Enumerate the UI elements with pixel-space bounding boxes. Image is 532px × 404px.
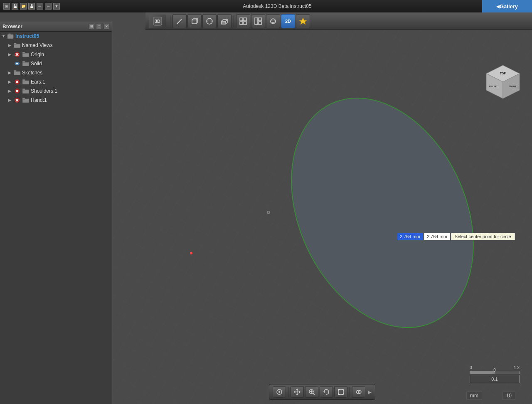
- browser-header: Browser ⊟ □ ✕: [0, 22, 112, 32]
- gallery-bar[interactable]: Gallery: [482, 0, 532, 12]
- bottom-sep2: [350, 387, 350, 397]
- svg-rect-5: [192, 20, 196, 24]
- multiview-tool[interactable]: [251, 14, 265, 28]
- ears-redx-icon: [13, 79, 21, 85]
- tree-sketches[interactable]: ▶ Sketches: [0, 68, 112, 77]
- tree-solid[interactable]: Solid: [0, 59, 112, 68]
- fit-tool-btn[interactable]: [334, 386, 347, 398]
- svg-rect-22: [8, 34, 11, 35]
- zoom-tool-btn[interactable]: [305, 386, 318, 398]
- scale-value1: 0: [470, 365, 472, 370]
- units-display[interactable]: mm: [466, 392, 482, 400]
- quick-access[interactable]: 💾: [12, 3, 18, 10]
- browser-close[interactable]: ✕: [103, 24, 109, 30]
- app-logo[interactable]: 3D: [149, 14, 166, 28]
- save-btn[interactable]: 💾: [28, 3, 35, 10]
- select-tool-btn[interactable]: [273, 386, 286, 398]
- ears-arrow: ▶: [8, 80, 13, 84]
- app-menu-btn[interactable]: ⊞: [3, 3, 10, 10]
- bottom-toolbar: ▶: [269, 384, 375, 400]
- extrude-tool[interactable]: [217, 14, 232, 28]
- zoom-display[interactable]: 10: [502, 392, 515, 400]
- undo-btn[interactable]: ↩: [37, 3, 43, 10]
- sketches-folder-icon: [13, 69, 21, 76]
- tree-ears[interactable]: ▶ Ears:1: [0, 77, 112, 86]
- tree-shoulders[interactable]: ▶ Shoulders:1: [0, 86, 112, 96]
- tree-origin[interactable]: ▶ Origin: [0, 50, 112, 59]
- hand-label: Hand:1: [31, 97, 47, 103]
- browser-controls: ⊟ □ ✕: [89, 24, 109, 30]
- shoulders-redx-icon: [13, 88, 21, 94]
- tree-root[interactable]: ▼ instruct05: [0, 32, 112, 41]
- box-tool[interactable]: [187, 14, 202, 28]
- svg-rect-17: [259, 22, 261, 25]
- svg-rect-40: [22, 79, 25, 81]
- pan-tool-btn[interactable]: [291, 386, 304, 398]
- sep1: [170, 15, 170, 27]
- zoom-value: 10: [506, 393, 512, 399]
- svg-point-55: [190, 252, 192, 254]
- view-cube[interactable]: TOP FRONT RIGHT: [482, 63, 524, 105]
- history-btn[interactable]: ▼: [53, 3, 60, 10]
- svg-rect-24: [14, 43, 16, 44]
- orbit-tool[interactable]: [266, 14, 280, 28]
- hand-redx-icon: [13, 97, 21, 103]
- snap-tool[interactable]: [296, 14, 310, 28]
- tree-hand[interactable]: ▶ Hand:1: [0, 96, 112, 105]
- svg-text:FRONT: FRONT: [489, 85, 498, 88]
- shoulders-arrow: ▶: [8, 89, 13, 93]
- scale-value2: 1.2: [514, 365, 520, 370]
- solid-label: Solid: [31, 61, 42, 67]
- main-toolbar: 3D: [145, 12, 532, 30]
- svg-rect-12: [244, 18, 246, 21]
- ears-folder-icon: [22, 79, 30, 85]
- browser-btn2[interactable]: □: [96, 24, 102, 30]
- view-options-btn[interactable]: [352, 386, 365, 398]
- open-btn[interactable]: 📁: [20, 3, 27, 10]
- named-views-arrow: ▶: [8, 43, 13, 47]
- titlebar-left: ⊞ 💾 📁 💾 ↩ ↪ ▼: [3, 3, 60, 10]
- tree-named-views[interactable]: ▶ Named Views: [0, 41, 112, 50]
- named-views-label: Named Views: [22, 42, 53, 48]
- hand-arrow: ▶: [8, 98, 13, 102]
- sphere-tool[interactable]: [202, 14, 217, 28]
- scale-bar-value: 0.1: [491, 377, 498, 382]
- svg-marker-20: [299, 18, 307, 25]
- gallery-label: Gallery: [500, 3, 518, 10]
- svg-point-7: [207, 18, 212, 24]
- dimension-box-active[interactable]: 2.764 mm: [397, 233, 423, 240]
- window-title: Autodesk 123D Beta instruct05: [60, 3, 495, 9]
- expand-btn[interactable]: ▶: [368, 390, 372, 394]
- units-label: mm: [470, 393, 478, 399]
- svg-rect-13: [240, 22, 243, 25]
- grid-tool[interactable]: [236, 14, 250, 28]
- svg-point-56: [267, 211, 270, 214]
- rotate-tool-btn[interactable]: [320, 386, 333, 398]
- origin-folder-icon: [22, 51, 30, 58]
- titlebar: ⊞ 💾 📁 💾 ↩ ↪ ▼ Autodesk 123D Beta instruc…: [0, 0, 532, 12]
- browser-btn1[interactable]: ⊟: [89, 24, 94, 30]
- svg-point-19: [271, 20, 276, 22]
- svg-text:RIGHT: RIGHT: [509, 85, 517, 88]
- pencil-tool[interactable]: [172, 14, 187, 28]
- svg-point-8: [208, 18, 211, 24]
- root-icon: [7, 33, 14, 39]
- redo-btn[interactable]: ↪: [45, 3, 52, 10]
- origin-label: Origin: [31, 52, 44, 57]
- svg-text:3D: 3D: [155, 19, 160, 24]
- svg-point-64: [278, 391, 280, 393]
- sep2: [234, 15, 234, 27]
- sketches-arrow: ▶: [8, 71, 13, 75]
- svg-rect-15: [255, 18, 258, 25]
- svg-rect-14: [244, 22, 246, 25]
- svg-rect-9: [222, 21, 226, 24]
- 2d-tool[interactable]: 2D: [281, 14, 295, 28]
- ears-label: Ears:1: [31, 79, 45, 85]
- shoulders-label: Shoulders:1: [31, 88, 57, 94]
- main-viewport[interactable]: 2.764 mm 2.764 mm Select center point fo…: [112, 30, 532, 404]
- svg-text:TOP: TOP: [500, 72, 506, 75]
- svg-marker-69: [324, 391, 325, 393]
- svg-rect-11: [240, 18, 243, 21]
- svg-point-80: [358, 391, 360, 393]
- svg-rect-16: [259, 18, 261, 21]
